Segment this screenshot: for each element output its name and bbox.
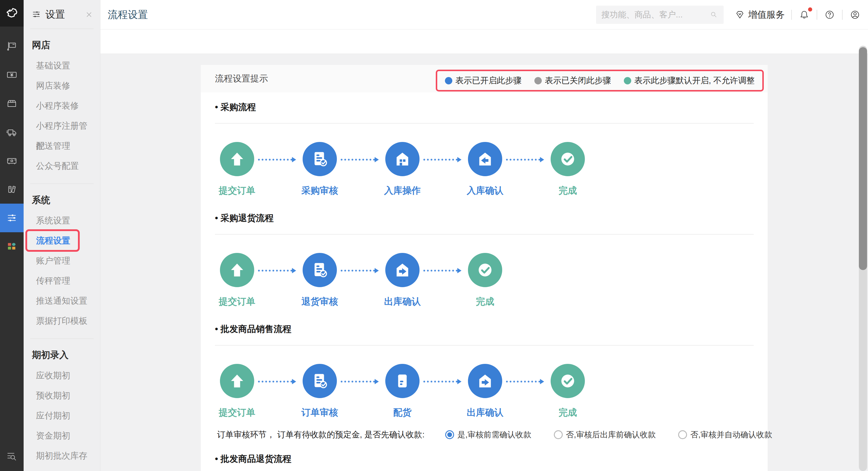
topbar-action-button[interactable] (798, 9, 810, 21)
flow-step: 提交订单 (220, 364, 254, 422)
global-search[interactable] (596, 6, 724, 24)
flow-step-circle[interactable] (385, 142, 420, 176)
topbar: 流程设置 增值服务 (100, 0, 868, 30)
sidebar-item[interactable]: 公众号配置 (30, 156, 94, 176)
flow-step-label: 提交订单 (219, 184, 255, 197)
legend-dot (624, 77, 631, 85)
arrow-up-icon (227, 149, 247, 169)
flow-arrow-icon (506, 157, 547, 162)
rail-nav-item[interactable] (0, 118, 24, 146)
search-list-icon (6, 450, 18, 463)
flow-settings-card: 流程设置提示 表示已开启此步骤 表示已关闭此步骤 表示此步骤默认开启, 不允许调… (201, 65, 768, 471)
search-icon[interactable] (709, 10, 718, 19)
doc-check-icon (310, 371, 330, 391)
topbar-actions (785, 9, 861, 21)
sidebar-item[interactable]: 票据打印模板 (30, 311, 94, 331)
value-added-services-label: 增值服务 (748, 8, 785, 21)
rail-nav-item[interactable] (0, 232, 24, 261)
value-added-services-button[interactable]: 增值服务 (734, 8, 785, 21)
sidebar-item[interactable]: 传秤管理 (30, 271, 94, 291)
radio-option[interactable]: 否,审核并自动确认收款 (678, 429, 772, 440)
sidebar-item[interactable]: 预收期初 (30, 385, 94, 406)
sidebar-title: 设置 (45, 8, 85, 21)
flow-step-label: 完成 (476, 295, 494, 308)
flow-step-circle[interactable] (220, 142, 254, 176)
legend-label: 表示已开启此步骤 (455, 75, 521, 86)
legend-dot (534, 77, 542, 85)
arrow-up-icon (227, 371, 247, 391)
rail-nav-item[interactable] (0, 89, 24, 118)
flow-step-circle[interactable] (551, 364, 585, 398)
legend-label: 表示此步骤默认开启, 不允许调整 (634, 75, 755, 86)
flow-step-circle[interactable] (385, 253, 420, 287)
sidebar-item[interactable]: 资金期初 (30, 426, 94, 446)
rail-search-button[interactable] (0, 450, 24, 463)
search-input[interactable] (601, 10, 709, 20)
radio-control[interactable] (554, 430, 563, 439)
sidebar-item[interactable]: 配送管理 (30, 136, 94, 156)
rail-nav-item[interactable] (0, 146, 24, 175)
close-icon[interactable] (85, 11, 93, 19)
sidebar-item[interactable]: 应收期初 (30, 365, 94, 385)
flow-arrow-icon (258, 379, 299, 384)
topbar-action-button[interactable] (849, 9, 861, 21)
sidebar-item[interactable]: 小程序装修 (30, 96, 94, 116)
radio-option[interactable]: 否,审核后出库前确认收款 (554, 429, 656, 440)
sidebar-item[interactable]: 小程序注册管控 (30, 116, 94, 136)
divider (215, 345, 754, 346)
flow-step: 订单审核 (303, 364, 337, 422)
sidebar-item[interactable]: 期初批次库存导入 (30, 446, 94, 466)
radio-option[interactable]: 是,审核前需确认收款 (445, 429, 531, 440)
brand-logo-icon[interactable] (0, 0, 24, 27)
flow-section-title: 批发商品销售流程 (215, 323, 754, 335)
doc-check-icon (310, 260, 330, 280)
sidebar-section: 系统 系统设置流程设置账户管理传秤管理推送通知设置票据打印模板 (30, 184, 94, 339)
rail-nav-item[interactable] (0, 32, 24, 61)
flow-step-circle[interactable] (468, 253, 502, 287)
flow-step-label: 入库操作 (384, 184, 421, 197)
flow-step-circle[interactable] (220, 364, 254, 398)
sidebar-header: 设置 (24, 0, 100, 29)
flow-step-circle[interactable] (468, 142, 502, 176)
icon-rail (0, 0, 24, 471)
flow-step-circle[interactable] (220, 253, 254, 287)
rail-nav-item[interactable] (0, 203, 24, 232)
parcel-icon (393, 371, 412, 391)
app-window: 设置 网店 基础设置网店装修小程序装修小程序注册管控配送管理公众号配置 系统 (0, 0, 868, 471)
topbar-action-button[interactable] (824, 9, 836, 21)
flow-arrow-icon (258, 268, 299, 273)
banknote-icon (6, 69, 18, 81)
flow-step: 配货 (385, 364, 420, 422)
flow-step-circle[interactable] (551, 142, 585, 176)
rail-nav-item[interactable] (0, 61, 24, 89)
flow-step-circle[interactable] (468, 364, 502, 398)
sidebar-item[interactable]: 基础设置 (30, 56, 94, 75)
legend-dot (445, 77, 452, 85)
rail-nav-item[interactable] (0, 175, 24, 203)
sidebar-item[interactable]: 流程设置 (30, 230, 94, 251)
sidebar-item[interactable]: 账户管理 (30, 251, 94, 271)
separator (842, 10, 843, 20)
flow-step-circle[interactable] (303, 364, 337, 398)
sidebar-item[interactable]: 推送通知设置 (30, 291, 94, 311)
check-icon (558, 371, 578, 391)
sidebar-item[interactable]: 应付期初 (30, 406, 94, 426)
radio-control[interactable] (445, 430, 454, 439)
sidebar-item[interactable]: 网店装修 (30, 75, 94, 96)
ledger-icon (6, 184, 18, 195)
sidebar-section-header: 期初录入 (30, 349, 94, 361)
card-title: 流程设置提示 (215, 72, 268, 85)
warehouse-icon (393, 149, 412, 169)
flow-step: 完成 (551, 364, 585, 422)
flow-step-circle[interactable] (303, 142, 337, 176)
separator (791, 10, 792, 20)
flow-step: 入库确认 (468, 142, 502, 200)
sidebar-item[interactable]: 系统设置 (30, 211, 94, 230)
flow-step-circle[interactable] (303, 253, 337, 287)
radio-label: 是,审核前需确认收款 (457, 429, 531, 440)
scrollbar-thumb[interactable] (859, 47, 867, 270)
flow-step: 出库确认 (468, 364, 502, 422)
radio-control[interactable] (678, 430, 687, 439)
arrow-up-icon (227, 260, 247, 280)
flow-step-circle[interactable] (385, 364, 420, 398)
